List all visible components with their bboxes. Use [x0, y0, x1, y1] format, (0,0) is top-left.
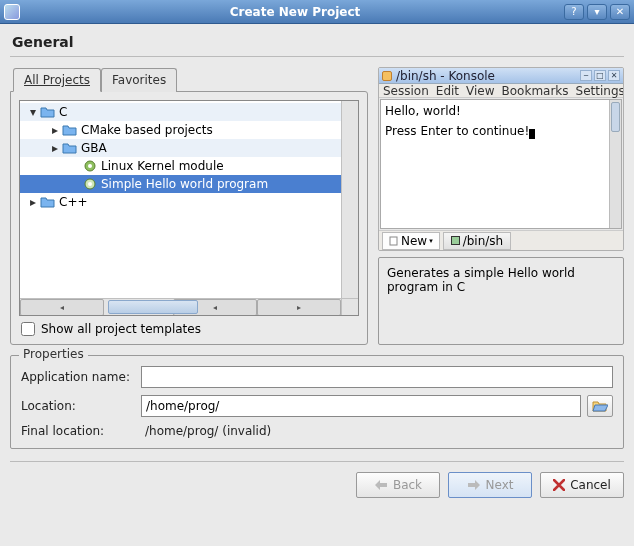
app-icon [4, 4, 20, 20]
konsole-title: /bin/sh - Konsole [396, 69, 580, 83]
final-location-value: /home/prog/ (invalid) [141, 424, 613, 438]
scrollbar-horizontal[interactable]: ◂ ◂ ▸ [20, 298, 341, 315]
chevron-right-icon[interactable]: ▸ [50, 125, 60, 135]
konsole-new-button: New ▾ [382, 232, 440, 250]
arrow-right-icon [467, 479, 481, 491]
tree-item[interactable]: Linux Kernel module [20, 157, 341, 175]
description-box: Generates a simple Hello world program i… [378, 257, 624, 345]
folder-icon [62, 140, 78, 156]
tree-item[interactable]: ▾C [20, 103, 341, 121]
konsole-menu-item: Settings [576, 84, 624, 98]
show-all-label: Show all project templates [41, 322, 201, 336]
scroll-right-button[interactable]: ▸ [257, 299, 341, 316]
terminal-icon [451, 236, 460, 245]
folder-icon [40, 104, 56, 120]
svg-rect-6 [452, 237, 459, 244]
app-name-input[interactable] [141, 366, 613, 388]
app-name-label: Application name: [21, 370, 135, 384]
tab-all-projects[interactable]: All Projects [13, 68, 101, 92]
window-title: Create New Project [26, 5, 564, 19]
folder-icon [62, 122, 78, 138]
folder-open-icon [592, 399, 608, 413]
titlebar: Create New Project ? ▾ ✕ [0, 0, 634, 24]
konsole-scrollbar [609, 100, 621, 228]
scroll-thumb[interactable] [108, 300, 198, 314]
konsole-menu-item: Session [383, 84, 429, 98]
konsole-close-icon: ✕ [608, 70, 620, 81]
term-line: Press Enter to continue! [385, 124, 529, 138]
term-line: Hello, world! [385, 104, 617, 120]
properties-legend: Properties [19, 347, 88, 361]
tree-item-label: C [59, 105, 67, 119]
scroll-left-button[interactable]: ◂ [20, 299, 104, 316]
konsole-icon [382, 71, 392, 81]
page-icon [389, 236, 399, 246]
tree-item-label: GBA [81, 141, 107, 155]
section-title: General [10, 30, 624, 57]
chevron-down-icon[interactable]: ▾ [28, 107, 38, 117]
description-text: Generates a simple Hello world program i… [387, 266, 575, 294]
tree-item[interactable]: ▸GBA [20, 139, 341, 157]
konsole-terminal: Hello, world! Press Enter to continue! [380, 99, 622, 229]
tree-item-label: Linux Kernel module [101, 159, 224, 173]
konsole-menu: SessionEditViewBookmarksSettingsHelp [379, 84, 623, 98]
project-tabs: All Projects Favorites ▾C▸CMake based pr… [10, 67, 368, 345]
preview-image: /bin/sh - Konsole ‒ □ ✕ SessionEditViewB… [378, 67, 624, 251]
chevron-right-icon[interactable]: ▸ [28, 197, 38, 207]
tree-item[interactable]: ▸C++ [20, 193, 341, 211]
next-button[interactable]: Next [448, 472, 532, 498]
svg-point-1 [88, 164, 92, 168]
gear-icon [82, 176, 98, 192]
help-button[interactable]: ? [564, 4, 584, 20]
location-label: Location: [21, 399, 135, 413]
konsole-menu-item: Bookmarks [502, 84, 569, 98]
konsole-menu-item: View [466, 84, 494, 98]
konsole-max-icon: □ [594, 70, 606, 81]
location-input[interactable] [141, 395, 581, 417]
cancel-button[interactable]: Cancel [540, 472, 624, 498]
properties-group: Properties Application name: Location: F… [10, 355, 624, 449]
tree-item-label: C++ [59, 195, 88, 209]
scroll-corner [341, 298, 358, 315]
tree-item-label: Simple Hello world program [101, 177, 268, 191]
collapse-button[interactable]: ▾ [587, 4, 607, 20]
show-all-checkbox[interactable] [21, 322, 35, 336]
konsole-tab: /bin/sh [443, 232, 512, 250]
project-tree[interactable]: ▾C▸CMake based projects▸GBALinux Kernel … [19, 100, 359, 316]
arrow-left-icon [374, 479, 388, 491]
chevron-right-icon[interactable]: ▸ [50, 143, 60, 153]
tree-item[interactable]: Simple Hello world program [20, 175, 341, 193]
browse-button[interactable] [587, 395, 613, 417]
gear-icon [82, 158, 98, 174]
tab-favorites[interactable]: Favorites [101, 68, 177, 92]
tree-item-label: CMake based projects [81, 123, 213, 137]
back-button[interactable]: Back [356, 472, 440, 498]
cursor-icon [529, 129, 535, 139]
folder-icon [40, 194, 56, 210]
svg-rect-4 [390, 237, 397, 245]
tree-item[interactable]: ▸CMake based projects [20, 121, 341, 139]
cancel-icon [553, 479, 565, 491]
final-location-label: Final location: [21, 424, 135, 438]
scrollbar-vertical[interactable] [341, 101, 358, 298]
close-button[interactable]: ✕ [610, 4, 630, 20]
svg-point-3 [88, 182, 92, 186]
konsole-min-icon: ‒ [580, 70, 592, 81]
konsole-menu-item: Edit [436, 84, 459, 98]
